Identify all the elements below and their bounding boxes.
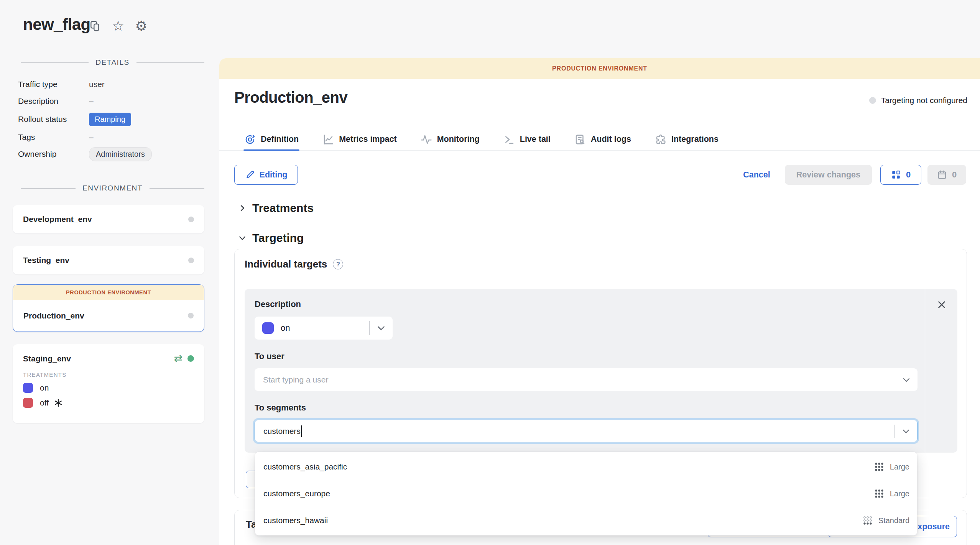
tab-definition[interactable]: Definition xyxy=(244,128,299,150)
editing-button[interactable]: Editing xyxy=(234,165,298,185)
page-title: Production_env xyxy=(234,89,347,106)
tab-metrics-impact[interactable]: Metrics impact xyxy=(322,128,397,150)
metrics-chart-icon xyxy=(322,134,334,145)
env-status-dot xyxy=(188,217,194,222)
schedule-counter-button[interactable]: 0 xyxy=(927,165,966,185)
env-card-staging[interactable]: Staging_env ⇄ TREATMENTS on off xyxy=(13,344,204,423)
env-card-testing[interactable]: Testing_env xyxy=(13,246,204,274)
pencil-icon xyxy=(245,170,255,180)
treatment-off-swatch xyxy=(23,398,33,408)
tab-live-tail[interactable]: Live tail xyxy=(503,128,551,150)
default-treatment-asterisk-icon xyxy=(54,399,62,407)
detail-row: Description – xyxy=(18,93,204,110)
tab-bar: Definition Metrics impact xyxy=(219,128,980,151)
env-status-dot-active xyxy=(187,355,194,362)
detail-row: Ownership Administrators xyxy=(18,146,204,163)
cancel-button[interactable]: Cancel xyxy=(743,170,770,180)
chevron-right-icon xyxy=(238,204,246,212)
help-icon[interactable]: ? xyxy=(333,259,343,269)
segment-option-europe[interactable]: customers_europe Large xyxy=(255,480,917,507)
star-icon[interactable]: ☆ xyxy=(112,19,124,33)
tab-audit-logs[interactable]: Audit logs xyxy=(574,128,631,150)
detail-row: Rollout status Ramping xyxy=(18,110,204,129)
env-status-dot xyxy=(188,258,194,263)
review-changes-button[interactable]: Review changes xyxy=(785,165,872,185)
segment-dots-standard-icon xyxy=(863,515,873,525)
monitoring-pulse-icon xyxy=(421,134,432,145)
targeting-status: Targeting not configured xyxy=(869,96,967,105)
changes-counter-button[interactable]: 0 xyxy=(880,165,921,185)
rollout-status-badge: Ramping xyxy=(89,113,131,126)
segment-option-hawaii[interactable]: customers_hawaii Standard xyxy=(255,507,917,534)
to-user-input[interactable]: Start typing a user xyxy=(255,368,918,391)
live-tail-terminal-icon xyxy=(503,134,515,145)
chevron-down-icon[interactable] xyxy=(895,375,918,384)
close-icon[interactable] xyxy=(936,299,947,310)
targeting-section-toggle[interactable]: Targeting xyxy=(238,231,304,245)
chevron-down-icon[interactable] xyxy=(370,323,393,333)
audit-logs-doc-icon xyxy=(574,134,586,145)
tab-monitoring[interactable]: Monitoring xyxy=(421,128,480,150)
segments-dropdown: customers_asia_pacific Large customers_e… xyxy=(255,452,917,535)
segment-option-asia-pacific[interactable]: customers_asia_pacific Large xyxy=(255,453,917,480)
treatments-heading: TREATMENTS xyxy=(23,371,194,378)
treatment-on-swatch xyxy=(23,383,33,393)
detail-row: Traffic type user xyxy=(18,76,204,93)
grid-changes-icon xyxy=(891,170,901,180)
env-card-production[interactable]: PRODUCTION ENVIRONMENT Production_env xyxy=(13,284,204,332)
tab-integrations[interactable]: Integrations xyxy=(655,128,719,150)
integrations-puzzle-icon xyxy=(655,134,666,145)
definition-target-icon xyxy=(244,134,256,145)
chevron-down-icon[interactable] xyxy=(895,427,917,436)
individual-target-block: Description on To user Start typing a us… xyxy=(245,289,957,453)
segment-dots-icon xyxy=(874,462,884,472)
calendar-icon xyxy=(937,170,947,180)
segment-size-label: Large xyxy=(890,489,909,498)
copy-icon[interactable] xyxy=(89,20,101,32)
to-segments-label: To segments xyxy=(255,403,306,413)
swap-arrows-icon: ⇄ xyxy=(174,353,183,364)
gutter-divider xyxy=(925,289,925,453)
segment-size-label: Large xyxy=(890,463,909,471)
main-panel: PRODUCTION ENVIRONMENT Production_env Ta… xyxy=(219,58,980,545)
segment-dots-icon xyxy=(874,489,884,499)
environment-heading: ENVIRONMENT xyxy=(21,184,204,192)
treatment-row-off: off xyxy=(23,398,194,408)
treatment-select[interactable]: on xyxy=(255,317,393,340)
individual-targets-title: Individual targets xyxy=(245,258,327,270)
ownership-chip: Administrators xyxy=(89,147,152,161)
detail-row: Tags – xyxy=(18,129,204,146)
treatment-on-swatch xyxy=(262,322,274,334)
to-user-label: To user xyxy=(255,351,284,361)
text-caret xyxy=(301,425,302,437)
segment-size-label: Standard xyxy=(878,516,909,525)
status-dot xyxy=(869,97,876,104)
description-label: Description xyxy=(255,299,301,309)
details-list: Traffic type user Description – Rollout … xyxy=(18,76,204,163)
treatments-section-toggle[interactable]: Treatments xyxy=(238,202,314,215)
production-environment-banner: PRODUCTION ENVIRONMENT xyxy=(219,58,980,79)
gear-icon[interactable]: ⚙ xyxy=(135,19,147,33)
production-environment-label: PRODUCTION ENVIRONMENT xyxy=(13,285,204,300)
flag-name-title: new_flag xyxy=(23,15,90,34)
env-card-development[interactable]: Development_env xyxy=(13,205,204,233)
chevron-down-icon xyxy=(238,234,246,242)
env-status-dot xyxy=(188,313,194,318)
to-segments-input[interactable]: customers xyxy=(255,420,918,442)
details-heading: DETAILS xyxy=(21,58,204,67)
app-root: new_flag ☆ ⚙ DETAILS Traffic type user D… xyxy=(0,0,980,545)
treatment-row-on: on xyxy=(23,383,194,393)
